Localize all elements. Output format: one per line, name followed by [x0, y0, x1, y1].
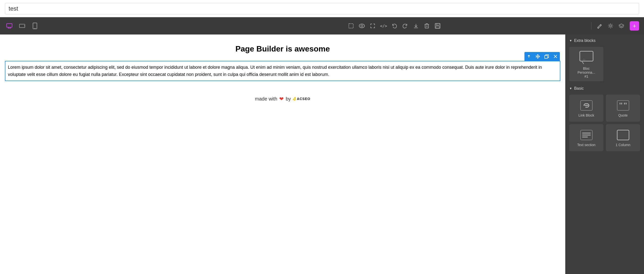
save-icon[interactable] [433, 22, 442, 30]
undo-icon[interactable] [390, 22, 399, 30]
bloc-personna-label: Bloc Personna... #1 [578, 67, 595, 78]
text-block-content: Lorem ipsum dolor sit amet, consectetur … [8, 64, 558, 78]
basic-blocks-grid: Link Block " " Quote [569, 95, 640, 151]
desktop-icon[interactable] [5, 22, 14, 30]
basic-arrow: ▼ [569, 87, 572, 90]
text-block[interactable]: Lorem ipsum dolor sit amet, consectetur … [5, 61, 560, 81]
page-content: Page Builder is awesome [0, 35, 565, 112]
acseo-logo: 4 ACSEO [293, 96, 310, 102]
svg-rect-6 [33, 23, 37, 29]
tablet-portrait-icon[interactable] [30, 22, 39, 30]
tablet-landscape-icon[interactable] [18, 22, 26, 30]
settings-icon[interactable] [606, 22, 615, 30]
delete-icon[interactable] [422, 22, 431, 30]
svg-line-20 [600, 25, 601, 26]
block-controls [524, 52, 560, 61]
canvas-area: Page Builder is awesome [0, 35, 565, 274]
svg-text:": " [623, 101, 628, 110]
move-up-control[interactable] [524, 52, 533, 61]
move-control[interactable] [533, 52, 542, 61]
fullscreen-icon[interactable] [368, 22, 377, 30]
svg-line-33 [582, 61, 584, 64]
one-column-icon [617, 129, 630, 141]
footer-made-with: made with ❤ by 4 ACSEO [5, 96, 560, 102]
download-icon[interactable] [412, 22, 420, 30]
svg-rect-31 [580, 51, 593, 61]
svg-rect-28 [544, 55, 548, 58]
acseo-text: ACSEO [297, 97, 310, 101]
link-block-label: Link Block [578, 113, 594, 117]
delete-block-control[interactable] [551, 52, 560, 61]
svg-text:": " [619, 101, 623, 110]
bloc-personna-icon [579, 51, 594, 64]
toolbar: </> [0, 17, 644, 35]
extra-blocks-label: Extra blocks [574, 38, 596, 43]
svg-rect-18 [436, 26, 439, 28]
page-title: Page Builder is awesome [5, 44, 560, 53]
basic-label: Basic [574, 86, 584, 91]
pen-icon[interactable] [595, 22, 604, 30]
address-bar: test [0, 0, 644, 17]
duplicate-control[interactable] [542, 52, 551, 61]
text-section-icon [580, 129, 593, 141]
add-block-button[interactable]: + [630, 21, 639, 31]
svg-rect-0 [7, 24, 12, 27]
svg-marker-24 [619, 24, 624, 27]
footer-prefix: made with [255, 96, 277, 102]
svg-point-23 [610, 25, 612, 27]
svg-point-7 [35, 28, 36, 29]
extra-blocks-header[interactable]: ▼ Extra blocks [569, 38, 640, 43]
one-column-block-label: 1 Column [616, 143, 630, 147]
extra-blocks-arrow: ▼ [569, 39, 572, 42]
select-icon[interactable] [346, 22, 356, 30]
toolbar-device-group [5, 22, 200, 30]
quote-block-label: Quote [618, 113, 628, 117]
quote-block-icon: " " [617, 100, 630, 111]
svg-rect-44 [617, 130, 629, 140]
acseo-number: 4 [293, 96, 296, 102]
one-column-block-item[interactable]: 1 Column [606, 124, 640, 151]
toolbar-right-group: + [589, 21, 639, 31]
link-block-item[interactable]: Link Block [569, 95, 604, 122]
svg-point-10 [361, 25, 363, 27]
text-section-block-item[interactable]: Text section [569, 124, 604, 151]
toolbar-divider [591, 22, 591, 30]
heart-icon: ❤ [279, 96, 284, 102]
code-icon[interactable]: </> [379, 22, 388, 30]
redo-icon[interactable] [401, 22, 410, 30]
text-section-block-label: Text section [577, 143, 596, 147]
svg-rect-17 [436, 23, 439, 25]
preview-icon[interactable] [358, 22, 366, 30]
bloc-personna-item[interactable]: Bloc Personna... #1 [569, 47, 604, 81]
address-input[interactable]: test [5, 3, 639, 14]
extra-blocks-grid: Bloc Personna... #1 [569, 47, 640, 81]
svg-point-5 [24, 26, 25, 26]
quote-block-item[interactable]: " " Quote [606, 95, 640, 122]
main-layout: Page Builder is awesome [0, 35, 644, 274]
link-block-icon [580, 100, 593, 111]
right-sidebar: ▼ Extra blocks Bloc Personna... #1 [565, 35, 644, 274]
basic-header[interactable]: ▼ Basic [569, 86, 640, 91]
svg-point-9 [359, 24, 364, 28]
toolbar-center-group: </> [200, 22, 589, 30]
footer-by: by [286, 96, 291, 102]
svg-rect-8 [349, 24, 353, 28]
svg-marker-32 [582, 58, 586, 61]
svg-rect-13 [425, 24, 428, 28]
layers-icon[interactable] [617, 22, 626, 30]
